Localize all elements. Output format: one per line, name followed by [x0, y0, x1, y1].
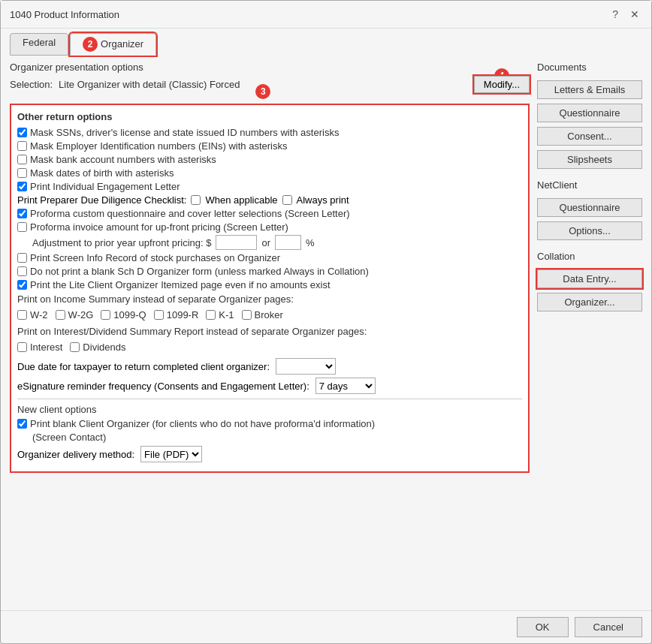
dividends-label: Dividends [83, 342, 125, 353]
r1099-checkbox[interactable] [154, 310, 164, 320]
print-engagement-checkbox[interactable] [17, 182, 27, 191]
when-applicable-checkbox[interactable] [191, 195, 201, 205]
esignature-label: eSignature reminder frequency (Consents … [17, 381, 309, 392]
due-date-select[interactable] [276, 358, 336, 375]
data-entry-wrapper: Data Entry... [537, 269, 642, 288]
print-screen-info-checkbox[interactable] [17, 253, 27, 263]
esignature-row: eSignature reminder frequency (Consents … [17, 378, 522, 394]
interest-label: Interest [30, 342, 62, 353]
screen-contact-label: (Screen Contact) [32, 432, 106, 443]
interest-checkbox[interactable] [17, 342, 27, 352]
w2g-label: W-2G [68, 309, 94, 320]
organizer-collation-button[interactable]: Organizer... [537, 293, 642, 311]
delivery-select[interactable]: File (PDF) [140, 446, 202, 462]
selection-row: Selection: Lite Organizer with detail (C… [10, 76, 530, 93]
netclient-title: NetClient [537, 179, 642, 191]
adjustment-row: Adjustment to prior year upfront pricing… [32, 235, 522, 250]
selection-badge: 3 [255, 84, 270, 99]
w2-label: W-2 [30, 309, 48, 320]
checkbox-mask-ssn: Mask SSNs, driver's license and state is… [17, 127, 522, 138]
checkbox-print-engagement: Print Individual Engagement Letter [17, 181, 522, 192]
close-button[interactable]: ✕ [627, 7, 642, 22]
dividends-checkbox[interactable] [70, 342, 80, 352]
proforma-invoice-checkbox[interactable] [17, 222, 27, 232]
selection-label: Selection: [10, 79, 53, 90]
print-checklist-row: Print Preparer Due Diligence Checklist: … [17, 194, 522, 206]
adjustment-label: Adjustment to prior year upfront pricing… [32, 237, 211, 248]
other-options-box: Other return options Mask SSNs, driver's… [10, 104, 530, 473]
main-panel: Organizer presentation options Selection… [10, 62, 530, 604]
print-blank-label: Print blank Client Organizer (for client… [30, 418, 375, 429]
checklist-label: Print Preparer Due Diligence Checklist: [17, 194, 186, 206]
mask-ein-label: Mask Employer Identification numbers (EI… [30, 140, 287, 152]
adjustment-percent-input[interactable] [275, 235, 301, 250]
data-entry-button[interactable]: Data Entry... [537, 269, 642, 288]
documents-title: Documents [537, 62, 642, 73]
esignature-select[interactable]: 7 days [315, 378, 376, 394]
dialog-footer: OK Cancel [1, 610, 651, 643]
print-screen-info-label: Print Screen Info Record of stock purcha… [30, 252, 280, 263]
adjustment-or: or [261, 237, 270, 248]
adjustment-percent-label: % [306, 237, 315, 248]
modify-wrapper: 4 Modify... [474, 76, 530, 93]
new-client-section: New client options Print blank Client Or… [17, 404, 522, 462]
no-blank-schd-checkbox[interactable] [17, 266, 27, 276]
due-date-row: Due date for taxpayer to return complete… [17, 358, 522, 375]
checkbox-print-lite-client: Print the Lite Client Organizer Itemized… [17, 279, 522, 290]
ok-button[interactable]: OK [517, 617, 569, 637]
help-button[interactable]: ? [609, 7, 621, 22]
w2g-checkbox[interactable] [56, 310, 65, 320]
checkbox-mask-ein: Mask Employer Identification numbers (EI… [17, 140, 522, 152]
delivery-method-row: Organizer delivery method: File (PDF) [17, 446, 522, 462]
other-options-title: Other return options [17, 111, 522, 122]
mask-ein-checkbox[interactable] [17, 141, 27, 151]
due-date-label: Due date for taxpayer to return complete… [17, 361, 270, 372]
dialog: 1040 Product Information ? ✕ Federal 2Or… [0, 0, 652, 644]
tab-federal[interactable]: Federal [10, 33, 68, 56]
k1-checkbox[interactable] [206, 310, 216, 320]
always-print-checkbox[interactable] [282, 195, 292, 205]
checkbox-mask-dob: Mask dates of birth with asterisks [17, 167, 522, 179]
new-client-title: New client options [17, 404, 522, 415]
dialog-title: 1040 Product Information [10, 9, 119, 20]
q1099-checkbox[interactable] [101, 310, 110, 320]
collation-title: Collation [537, 251, 642, 262]
k1-label: K-1 [219, 309, 234, 320]
organizer-presentation: Organizer presentation options Selection… [10, 62, 530, 93]
print-lite-client-label: Print the Lite Client Organizer Itemized… [30, 279, 331, 290]
title-icons: ? ✕ [609, 7, 642, 22]
tab-organizer[interactable]: 2Organizer [70, 33, 156, 56]
checkbox-proforma-invoice: Proforma invoice amount for up-front pri… [17, 221, 522, 233]
proforma-questionnaire-checkbox[interactable] [17, 209, 27, 218]
presentation-title: Organizer presentation options [10, 62, 530, 73]
interest-div-checkboxes-row: Interest Dividends [17, 339, 522, 355]
when-applicable-label: When applicable [205, 194, 277, 206]
mask-ssn-checkbox[interactable] [17, 128, 27, 137]
mask-dob-checkbox[interactable] [17, 168, 27, 178]
questionnaire-button[interactable]: Questionnaire [537, 104, 642, 122]
screen-contact-row: (Screen Contact) [32, 432, 522, 443]
broker-checkbox[interactable] [242, 310, 252, 320]
print-lite-client-checkbox[interactable] [17, 280, 27, 290]
slipsheets-button[interactable]: Slipsheets [537, 150, 642, 169]
tab-bar: Federal 2Organizer [1, 29, 651, 56]
modify-button[interactable]: Modify... [474, 76, 530, 93]
checkbox-no-blank-schd: Do not print a blank Sch D Organizer for… [17, 266, 522, 277]
checkbox-proforma-quest: Proforma custom questionnaire and cover … [17, 208, 522, 219]
q1099-label: 1099-Q [113, 309, 146, 320]
cancel-button[interactable]: Cancel [575, 617, 642, 637]
nc-questionnaire-button[interactable]: Questionnaire [537, 198, 642, 217]
checkbox-mask-bank: Mask bank account numbers with asterisks [17, 154, 522, 165]
always-print-label: Always print [297, 194, 349, 206]
proforma-invoice-label: Proforma invoice amount for up-front pri… [30, 221, 288, 233]
mask-bank-checkbox[interactable] [17, 155, 27, 164]
adjustment-dollar-input[interactable] [216, 235, 257, 250]
letters-emails-button[interactable]: Letters & Emails [537, 80, 642, 99]
mask-bank-label: Mask bank account numbers with asterisks [30, 154, 216, 165]
w2-checkbox[interactable] [17, 310, 27, 320]
checkbox-print-screen-info: Print Screen Info Record of stock purcha… [17, 252, 522, 263]
print-blank-checkbox[interactable] [17, 419, 27, 429]
interest-div-label: Print on Interest/Dividend Summary Repor… [17, 326, 522, 337]
nc-options-button[interactable]: Options... [537, 221, 642, 240]
consent-button[interactable]: Consent... [537, 127, 642, 146]
